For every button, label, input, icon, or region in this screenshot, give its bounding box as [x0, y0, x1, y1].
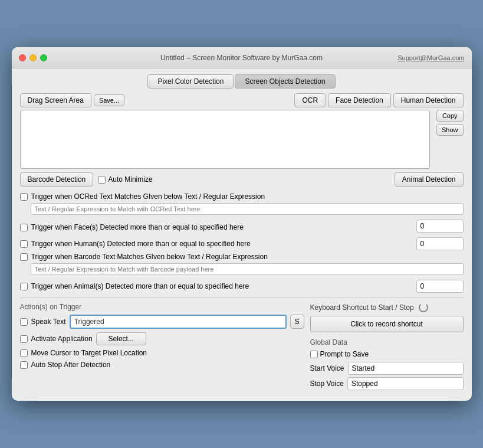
speak-text-row: Speak Text S	[20, 315, 304, 329]
auto-stop-checkbox[interactable]	[20, 361, 28, 369]
barcode-text-input[interactable]	[31, 263, 464, 275]
prompt-save-checkbox[interactable]	[310, 351, 318, 358]
speak-text-input[interactable]	[70, 315, 287, 329]
barcode-detection-button[interactable]: Barcode Detection	[20, 172, 94, 187]
trigger-ocr-checkbox[interactable]	[20, 193, 28, 201]
move-cursor-row: Move Cursor to Target Pixel Location	[20, 349, 304, 357]
trigger-human-row: Trigger when Human(s) Detected more than…	[20, 237, 464, 250]
auto-stop-row: Auto Stop After Detection	[20, 361, 304, 369]
side-buttons: Copy Show	[436, 110, 464, 136]
stop-voice-row: Stop Voice	[310, 377, 464, 390]
divider	[20, 297, 464, 298]
spinner-icon	[419, 303, 428, 312]
maximize-button[interactable]	[40, 54, 47, 61]
save-button[interactable]: Save...	[94, 94, 124, 106]
prompt-save-label: Prompt to Save	[320, 350, 369, 358]
tab-screen-objects[interactable]: Screen Objects Detection	[235, 74, 335, 89]
record-shortcut-button[interactable]: Click to record shortcut	[310, 316, 464, 332]
tab-pixel-color[interactable]: Pixel Color Detection	[147, 74, 234, 89]
show-button[interactable]: Show	[436, 124, 464, 136]
speak-text-checkbox[interactable]	[20, 318, 28, 326]
human-count-input[interactable]	[416, 237, 464, 250]
barcode-text-input-row	[31, 263, 464, 275]
trigger-face-row: Trigger when Face(s) Detected more than …	[20, 220, 464, 235]
middle-row: Barcode Detection Auto Minimize Animal D…	[20, 172, 464, 187]
activate-app-row: Activate Application Select...	[20, 332, 304, 345]
titlebar: Untitled – Screen Monitor Software by Mu…	[12, 47, 472, 68]
animal-detection-button[interactable]: Animal Detection	[395, 172, 464, 187]
trigger-barcode-row: Trigger when Barcode Text Matches GIven …	[20, 253, 464, 261]
stop-voice-label: Stop Voice	[310, 380, 344, 388]
actions-title: Action(s) on Trigger	[20, 303, 304, 311]
shortcut-title: Keyboard Shortcut to Start / Stop	[310, 303, 464, 312]
drag-screen-area-button[interactable]: Drag Screen Area	[20, 93, 91, 107]
actions-panel: Action(s) on Trigger Speak Text S Activa…	[20, 303, 304, 393]
s-button[interactable]: S	[290, 315, 304, 329]
ocr-text-input[interactable]	[31, 203, 464, 215]
select-app-button[interactable]: Select...	[96, 332, 146, 345]
trigger-human-checkbox[interactable]	[20, 240, 28, 248]
start-voice-input[interactable]	[348, 362, 464, 375]
main-window: Untitled – Screen Monitor Software by Mu…	[12, 47, 472, 401]
trigger-face-checkbox[interactable]	[20, 224, 28, 231]
move-cursor-checkbox[interactable]	[20, 349, 28, 357]
content-area: Pixel Color Detection Screen Objects Det…	[12, 68, 472, 401]
shortcut-panel: Keyboard Shortcut to Start / Stop Click …	[310, 303, 464, 393]
global-data-title: Global Data	[310, 338, 464, 346]
trigger-ocr-row: Trigger when OCRed Text Matches GIven be…	[20, 192, 464, 201]
top-button-row: Drag Screen Area Save... OCR Face Detect…	[20, 93, 464, 107]
ocr-button[interactable]: OCR	[294, 93, 326, 107]
auto-minimize-checkbox-label: Auto Minimize	[98, 175, 152, 184]
minimize-button[interactable]	[29, 54, 37, 61]
support-link[interactable]: Support@MurGaa.com	[397, 54, 464, 61]
ocr-text-input-row	[31, 203, 464, 215]
textarea-section: Copy Show	[20, 110, 464, 169]
trigger-section: Trigger when OCRed Text Matches GIven be…	[20, 192, 464, 293]
start-voice-row: Start Voice	[310, 362, 464, 375]
auto-stop-label: Auto Stop After Detection	[31, 361, 111, 369]
trigger-animal-checkbox[interactable]	[20, 283, 28, 290]
face-detection-button[interactable]: Face Detection	[328, 93, 391, 107]
trigger-animal-row: Trigger when Animal(s) Detected more tha…	[20, 280, 464, 293]
activate-app-label: Activate Application	[31, 335, 93, 343]
face-count-input[interactable]	[416, 220, 464, 233]
global-data-section: Global Data Prompt to Save Start Voice S…	[310, 338, 464, 390]
human-detection-button[interactable]: Human Detection	[393, 93, 464, 107]
stop-voice-input[interactable]	[347, 377, 464, 390]
prompt-save-row: Prompt to Save	[310, 350, 464, 358]
ocr-output-textarea[interactable]	[20, 110, 430, 169]
activate-app-checkbox[interactable]	[20, 335, 28, 343]
move-cursor-label: Move Cursor to Target Pixel Location	[31, 349, 147, 357]
animal-count-input[interactable]	[416, 280, 464, 293]
window-title: Untitled – Screen Monitor Software by Mu…	[160, 54, 323, 62]
close-button[interactable]	[19, 54, 26, 61]
traffic-lights	[19, 54, 47, 61]
copy-button[interactable]: Copy	[436, 110, 464, 122]
bottom-section: Action(s) on Trigger Speak Text S Activa…	[20, 303, 464, 393]
auto-minimize-checkbox[interactable]	[98, 176, 106, 184]
speak-text-label: Speak Text	[31, 318, 66, 326]
trigger-barcode-checkbox[interactable]	[20, 253, 28, 261]
tab-row: Pixel Color Detection Screen Objects Det…	[20, 74, 464, 89]
start-voice-label: Start Voice	[310, 364, 344, 372]
